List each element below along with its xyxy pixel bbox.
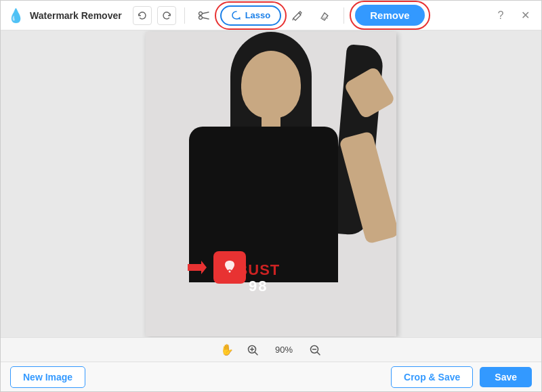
zoom-level: 90%	[270, 345, 297, 355]
head	[241, 51, 301, 118]
weibo-watermark	[213, 251, 246, 284]
app-title: Watermark Remover	[30, 10, 122, 21]
svg-line-4	[293, 18, 293, 20]
svg-point-8	[229, 270, 231, 272]
weibo-inner	[220, 260, 240, 275]
svg-line-10	[255, 352, 258, 355]
separator-1	[184, 7, 185, 24]
close-icon: ✕	[521, 9, 530, 22]
svg-line-2	[202, 12, 209, 14]
remove-button[interactable]: Remove	[355, 5, 424, 26]
footer: New Image Crop & Save Save	[1, 362, 541, 391]
help-button[interactable]: ?	[491, 6, 510, 25]
app-icon: 💧	[7, 7, 24, 24]
svg-point-0	[199, 12, 202, 15]
pencil-tool-button[interactable]	[287, 5, 308, 26]
shirt-text-number: 98	[249, 278, 268, 295]
zoom-out-button[interactable]	[307, 342, 323, 358]
svg-point-1	[199, 16, 202, 19]
hand-tool-button[interactable]: ✋	[219, 342, 235, 358]
hand-tool-icon: ✋	[220, 343, 234, 356]
zoom-bar: ✋ 90%	[1, 337, 541, 362]
lasso-button[interactable]: Lasso	[220, 5, 282, 26]
remove-btn-wrap: Remove	[355, 5, 424, 26]
watermark-container	[185, 251, 246, 284]
separator-2	[343, 7, 344, 24]
redo-button[interactable]	[157, 6, 176, 25]
svg-marker-6	[188, 261, 207, 274]
lasso-label: Lasso	[245, 10, 271, 20]
help-icon: ?	[498, 9, 504, 22]
new-image-button[interactable]: New Image	[10, 366, 85, 388]
titlebar: 💧 Watermark Remover Lasso	[1, 1, 541, 30]
scissors-tool-button[interactable]	[193, 5, 215, 26]
save-button[interactable]: Save	[480, 367, 532, 387]
eraser-tool-button[interactable]	[314, 5, 335, 26]
image-container: BUST 98	[146, 32, 396, 336]
main-image[interactable]: BUST 98	[146, 32, 396, 336]
lasso-wrap: Lasso	[220, 5, 282, 26]
close-button[interactable]: ✕	[516, 6, 535, 25]
arrow-icon	[185, 255, 209, 280]
crop-save-button[interactable]: Crop & Save	[391, 366, 473, 388]
zoom-in-button[interactable]	[245, 342, 261, 358]
undo-button[interactable]	[133, 6, 152, 25]
svg-line-3	[202, 18, 209, 19]
svg-line-14	[318, 352, 320, 355]
canvas-area: BUST 98	[1, 30, 541, 337]
